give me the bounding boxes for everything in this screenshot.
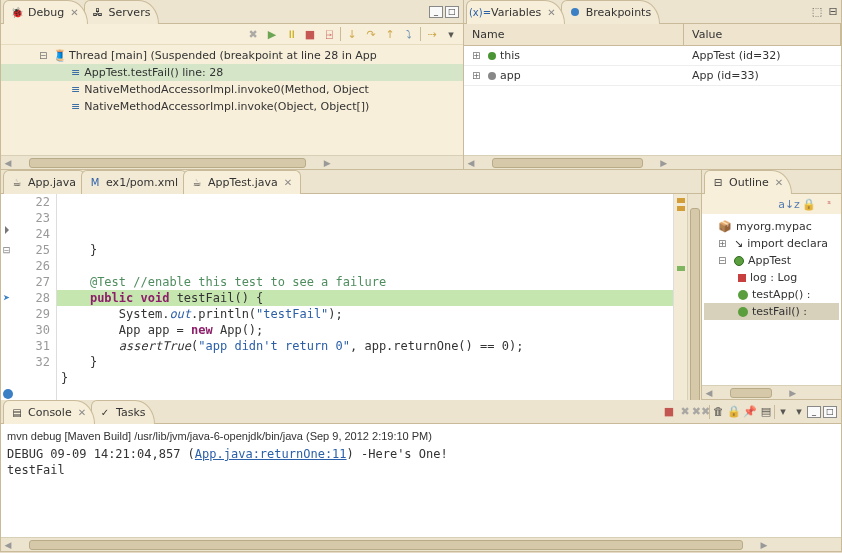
- horizontal-scrollbar[interactable]: ◀▶: [702, 385, 841, 399]
- close-icon[interactable]: ✕: [70, 7, 78, 18]
- console-output[interactable]: mvn debug [Maven Build] /usr/lib/jvm/jav…: [1, 424, 841, 537]
- resume-icon[interactable]: ▶: [264, 26, 280, 42]
- code-area[interactable]: } @Test //enable this test to see a fail…: [57, 194, 673, 418]
- expand-icon[interactable]: ⊞: [472, 50, 484, 61]
- overview-ruler[interactable]: [673, 194, 687, 418]
- field-icon: [738, 274, 746, 282]
- editor-tab-apptest[interactable]: ☕ AppTest.java ✕: [183, 170, 301, 194]
- java-file-icon: ☕: [190, 175, 204, 189]
- display-selected-icon[interactable]: ▤: [758, 404, 774, 420]
- tab-servers[interactable]: 🖧 Servers: [84, 0, 160, 24]
- stack-label: AppTest.testFail() line: 28: [84, 66, 223, 79]
- scroll-lock-icon[interactable]: 🔒: [726, 404, 742, 420]
- tab-variables[interactable]: (x)= Variables ✕: [466, 0, 565, 24]
- step-return-icon[interactable]: ↑: [382, 26, 398, 42]
- stack-frame[interactable]: ≡ NativeMethodAccessorImpl.invoke0(Metho…: [1, 81, 463, 98]
- code-editor[interactable]: 222324⊟252627➤2829303132 } @Test //enabl…: [1, 194, 701, 418]
- console-line: DEBUG 09-09 14:21:04,857 (App.java:retur…: [7, 446, 835, 462]
- expand-icon[interactable]: ⊞: [718, 238, 730, 249]
- menu-icon[interactable]: ▾: [443, 26, 459, 42]
- outline-item-field[interactable]: log : Log: [704, 269, 839, 286]
- tab-console[interactable]: ▤ Console ✕: [3, 400, 95, 424]
- outline-label: log : Log: [750, 271, 797, 284]
- minimize-icon[interactable]: _: [429, 6, 443, 18]
- tab-label: AppTest.java: [208, 176, 278, 189]
- new-console-icon[interactable]: ▾: [791, 404, 807, 420]
- outline-label: import declara: [747, 237, 828, 250]
- method-icon: [738, 290, 748, 300]
- variable-row[interactable]: ⊞this AppTest (id=32): [464, 46, 841, 66]
- tab-label: Outline: [729, 176, 769, 189]
- variable-row[interactable]: ⊞app App (id=33): [464, 66, 841, 86]
- remove-terminated-icon[interactable]: ✖: [245, 26, 261, 42]
- collapse-icon[interactable]: ⊟: [718, 255, 730, 266]
- outline-item-method[interactable]: testApp() :: [704, 286, 839, 303]
- close-icon[interactable]: ✕: [547, 7, 555, 18]
- outline-item-package[interactable]: 📦 myorg.mypac: [704, 218, 839, 235]
- tab-label: Breakpoints: [586, 6, 652, 19]
- maximize-icon[interactable]: □: [823, 406, 837, 418]
- outline-icon: ⊟: [711, 175, 725, 189]
- step-into-icon[interactable]: ↓: [344, 26, 360, 42]
- open-console-icon[interactable]: ▾: [775, 404, 791, 420]
- xml-file-icon: M: [88, 175, 102, 189]
- outline-item-method[interactable]: testFail() :: [704, 303, 839, 320]
- var-name: this: [500, 49, 520, 62]
- col-name[interactable]: Name: [464, 24, 684, 45]
- close-icon[interactable]: ✕: [775, 177, 783, 188]
- stack-frame-icon: ≡: [71, 100, 80, 113]
- close-icon[interactable]: ✕: [284, 177, 292, 188]
- thread-node[interactable]: ⊟ 🧵 Thread [main] (Suspended (breakpoint…: [1, 47, 463, 64]
- remove-all-icon[interactable]: ✖✖: [693, 404, 709, 420]
- stack-frame-icon: ≡: [71, 66, 80, 79]
- stack-frame[interactable]: ≡ AppTest.testFail() line: 28: [1, 64, 463, 81]
- collapse-icon[interactable]: ⊟: [39, 50, 51, 61]
- outline-label: testApp() :: [752, 288, 810, 301]
- object-icon: [488, 72, 496, 80]
- col-value[interactable]: Value: [684, 24, 841, 45]
- disconnect-icon[interactable]: ⍈: [321, 26, 337, 42]
- console-icon: ▤: [10, 405, 24, 419]
- variables-header: Name Value: [464, 24, 841, 46]
- close-icon[interactable]: ✕: [78, 407, 86, 418]
- tab-label: Variables: [491, 6, 541, 19]
- tab-debug[interactable]: 🐞 Debug ✕: [3, 0, 88, 24]
- editor-tab-pom[interactable]: M ex1/pom.xml: [81, 170, 187, 194]
- tab-outline[interactable]: ⊟ Outline ✕: [704, 170, 792, 194]
- java-file-icon: ☕: [10, 175, 24, 189]
- editor-tab-app[interactable]: ☕ App.java: [3, 170, 85, 194]
- console-launch-title: mvn debug [Maven Build] /usr/lib/jvm/jav…: [7, 426, 835, 446]
- horizontal-scrollbar[interactable]: ◀▶: [1, 537, 841, 551]
- tab-label: ex1/pom.xml: [106, 176, 178, 189]
- stack-frame[interactable]: ≡ NativeMethodAccessorImpl.invoke(Object…: [1, 98, 463, 115]
- vertical-scrollbar[interactable]: [687, 194, 701, 418]
- suspend-icon[interactable]: ⏸: [283, 26, 299, 42]
- collapse-all-icon[interactable]: ⊟: [825, 4, 841, 20]
- clear-console-icon[interactable]: 🗑: [710, 404, 726, 420]
- sort-icon[interactable]: a↓z: [781, 196, 797, 212]
- hide-fields-icon[interactable]: 🔒: [801, 196, 817, 212]
- step-over-icon[interactable]: ↷: [363, 26, 379, 42]
- outline-item-imports[interactable]: ⊞ ↘ import declara: [704, 235, 839, 252]
- tab-breakpoints[interactable]: Breakpoints: [561, 0, 661, 24]
- horizontal-scrollbar[interactable]: ◀▶: [1, 155, 463, 169]
- bug-icon: 🐞: [10, 5, 24, 19]
- show-types-icon[interactable]: ⬚: [809, 4, 825, 20]
- terminate-icon[interactable]: ■: [302, 26, 318, 42]
- hide-static-icon[interactable]: ˢ: [821, 196, 837, 212]
- remove-launch-icon[interactable]: ✖: [677, 404, 693, 420]
- pin-console-icon[interactable]: 📌: [742, 404, 758, 420]
- expand-icon[interactable]: ⊞: [472, 70, 484, 81]
- tab-label: Servers: [109, 6, 151, 19]
- step-filters-icon[interactable]: ⇢: [424, 26, 440, 42]
- outline-item-class[interactable]: ⊟ AppTest: [704, 252, 839, 269]
- drop-frame-icon[interactable]: ⤵: [401, 26, 417, 42]
- stack-label: NativeMethodAccessorImpl.invoke0(Method,…: [84, 83, 369, 96]
- debug-toolbar: ✖ ▶ ⏸ ■ ⍈ ↓ ↷ ↑ ⤵ ⇢ ▾: [1, 24, 463, 45]
- maximize-icon[interactable]: □: [445, 6, 459, 18]
- tab-label: App.java: [28, 176, 76, 189]
- horizontal-scrollbar[interactable]: ◀▶: [464, 155, 841, 169]
- console-link[interactable]: App.java:returnOne:11: [195, 447, 347, 461]
- minimize-icon[interactable]: _: [807, 406, 821, 418]
- console-line: testFail: [7, 462, 835, 478]
